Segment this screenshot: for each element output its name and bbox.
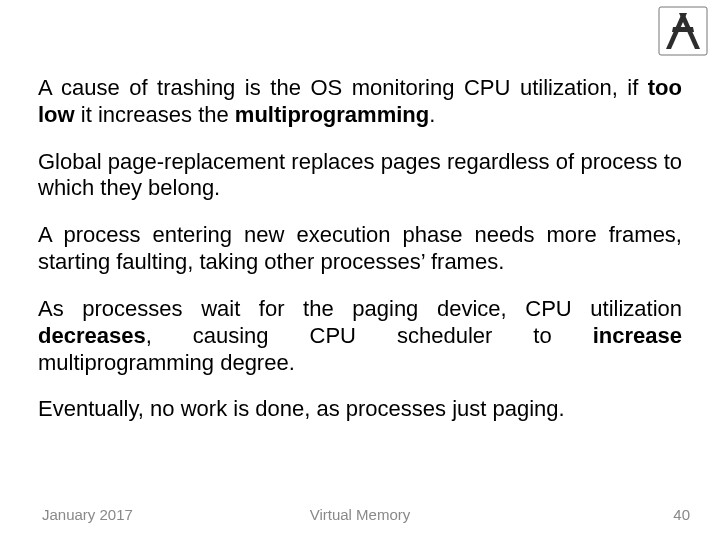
text: As processes wait for the paging device,… (38, 296, 682, 321)
paragraph-2: Global page-replacement replaces pages r… (38, 149, 682, 203)
bold-text: decreases (38, 323, 146, 348)
paragraph-1: A cause of trashing is the OS monitoring… (38, 75, 682, 129)
slide: A cause of trashing is the OS monitoring… (0, 0, 720, 540)
footer-page-number: 40 (673, 506, 690, 523)
institution-logo-icon (658, 6, 708, 56)
slide-footer: January 2017 Virtual Memory 40 (0, 506, 720, 526)
text: multiprogramming degree. (38, 350, 295, 375)
bold-text: multiprogramming (235, 102, 429, 127)
bold-text: increase (593, 323, 682, 348)
text: it increases the (75, 102, 235, 127)
paragraph-4: As processes wait for the paging device,… (38, 296, 682, 376)
paragraph-3: A process entering new execution phase n… (38, 222, 682, 276)
text: , causing CPU scheduler to (146, 323, 593, 348)
text: A cause of trashing is the OS monitoring… (38, 75, 648, 100)
slide-body: A cause of trashing is the OS monitoring… (38, 75, 682, 443)
paragraph-5: Eventually, no work is done, as processe… (38, 396, 682, 423)
text: . (429, 102, 435, 127)
footer-title: Virtual Memory (0, 506, 720, 523)
svg-marker-3 (672, 27, 694, 32)
